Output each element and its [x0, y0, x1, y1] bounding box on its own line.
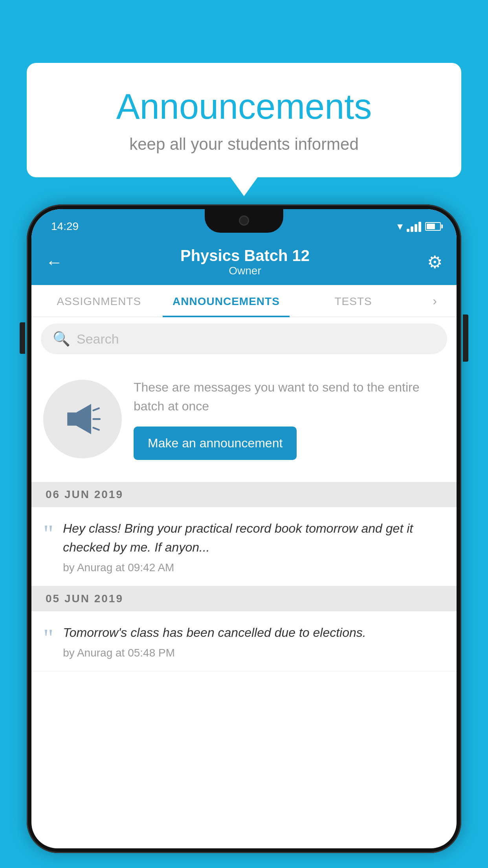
- megaphone-icon: [61, 397, 104, 441]
- battery-icon: [425, 222, 441, 231]
- camera: [239, 215, 249, 226]
- announcement-content-1: Hey class! Bring your practical record b…: [63, 519, 445, 574]
- announcement-prompt: These are messages you want to send to t…: [31, 362, 457, 476]
- make-announcement-button[interactable]: Make an announcement: [134, 427, 297, 460]
- speech-bubble: Announcements keep all your students inf…: [27, 63, 461, 177]
- quote-icon-2: ": [43, 623, 53, 659]
- batch-title: Physics Batch 12: [180, 247, 310, 265]
- tab-assignments[interactable]: ASSIGNMENTS: [35, 285, 163, 316]
- announcement-meta-2: by Anurag at 05:48 PM: [63, 647, 445, 659]
- announcement-text-2: Tomorrow's class has been cancelled due …: [63, 623, 445, 642]
- megaphone-circle: [43, 380, 122, 458]
- notch: [205, 209, 283, 233]
- signal-bars: [407, 221, 421, 232]
- settings-icon[interactable]: ⚙: [427, 252, 442, 272]
- tab-announcements[interactable]: ANNOUNCEMENTS: [163, 285, 290, 316]
- announcement-text-1: Hey class! Bring your practical record b…: [63, 519, 445, 557]
- phone-screen: 14:29 ▾ ← Phys: [31, 209, 457, 848]
- tab-more[interactable]: ›: [417, 285, 453, 316]
- svg-line-4: [94, 428, 99, 430]
- content-area: 🔍 Search: [31, 317, 457, 671]
- date-separator-1: 06 JUN 2019: [31, 482, 457, 507]
- speech-bubble-container: Announcements keep all your students inf…: [27, 63, 461, 177]
- prompt-right: These are messages you want to send to t…: [134, 378, 445, 460]
- back-button[interactable]: ←: [46, 252, 63, 272]
- tabs-bar: ASSIGNMENTS ANNOUNCEMENTS TESTS ›: [31, 285, 457, 317]
- phone-frame: 14:29 ▾ ← Phys: [27, 204, 461, 868]
- status-time: 14:29: [47, 220, 79, 233]
- date-separator-2: 05 JUN 2019: [31, 586, 457, 611]
- header-center: Physics Batch 12 Owner: [180, 247, 310, 277]
- wifi-icon: ▾: [397, 220, 403, 233]
- announcement-meta-1: by Anurag at 09:42 AM: [63, 561, 445, 574]
- batch-role: Owner: [180, 265, 310, 277]
- search-icon: 🔍: [53, 331, 70, 347]
- status-icons: ▾: [397, 220, 441, 233]
- bubble-subtitle: keep all your students informed: [46, 135, 442, 154]
- announcement-content-2: Tomorrow's class has been cancelled due …: [63, 623, 445, 659]
- bubble-title: Announcements: [46, 86, 442, 127]
- prompt-description: These are messages you want to send to t…: [134, 378, 445, 416]
- search-bar[interactable]: 🔍 Search: [41, 324, 447, 354]
- app-header: ← Physics Batch 12 Owner ⚙: [31, 237, 457, 285]
- quote-icon-1: ": [43, 519, 53, 574]
- svg-line-2: [94, 408, 99, 410]
- search-input[interactable]: Search: [77, 331, 119, 347]
- tab-tests[interactable]: TESTS: [290, 285, 417, 316]
- phone-outer: 14:29 ▾ ← Phys: [27, 204, 461, 853]
- announcement-item-2[interactable]: " Tomorrow's class has been cancelled du…: [31, 611, 457, 671]
- svg-rect-1: [68, 412, 76, 425]
- search-container: 🔍 Search: [31, 317, 457, 360]
- announcement-item-1[interactable]: " Hey class! Bring your practical record…: [31, 507, 457, 586]
